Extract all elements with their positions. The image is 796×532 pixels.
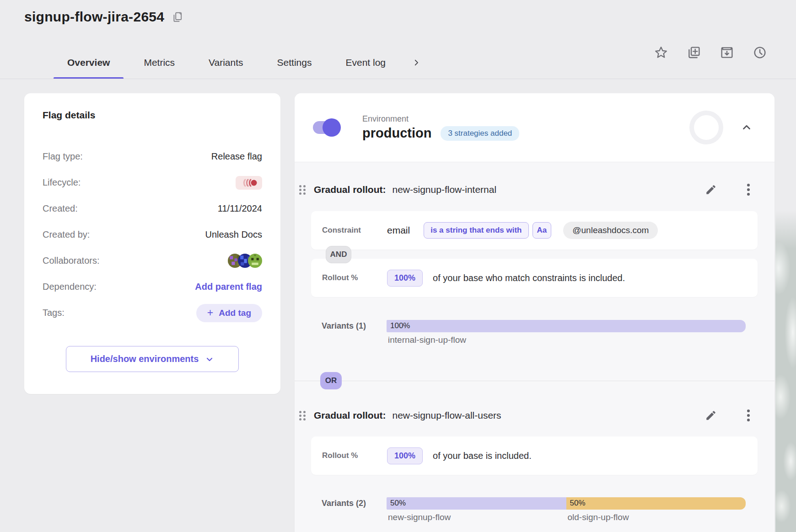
variant-name: old-sign-up-flow: [566, 512, 746, 522]
strategy-1-header: Gradual rollout: new-signup-flow-interna…: [299, 178, 756, 201]
lifecycle-completed-icon[interactable]: [236, 176, 262, 190]
hide-show-environments-button[interactable]: Hide/show environments: [66, 346, 239, 372]
environment-name: production: [362, 126, 431, 141]
strategy-1-type: Gradual rollout:: [314, 184, 386, 195]
lifecycle-label: Lifecycle:: [43, 177, 81, 188]
tabs-overflow-chevron-icon[interactable]: [406, 46, 427, 79]
strategy-divider: [295, 381, 774, 381]
constraint-value-pill: @unleashdocs.com: [563, 222, 658, 239]
rollout-box-1: Rollout % 100% of your base who match co…: [311, 259, 758, 297]
variants-bar: 100%: [387, 320, 746, 332]
constraint-box: Constraint email is a string that ends w…: [311, 211, 758, 250]
drag-handle-icon[interactable]: [299, 411, 306, 420]
variants-label: Variants (1): [322, 320, 387, 331]
strategy-2-type: Gradual rollout:: [314, 410, 386, 421]
created-value: 11/11/2024: [218, 203, 262, 214]
collaborators-label: Collaborators:: [43, 255, 100, 266]
header-actions: [652, 44, 769, 61]
page-header: signup-flow-jira-2654: [24, 9, 183, 25]
strategy-1-name: new-signup-flow-internal: [393, 184, 497, 195]
favorite-star-icon[interactable]: [652, 44, 670, 61]
flag-details-heading: Flag details: [43, 110, 262, 121]
rollout-percentage-badge: 100%: [387, 270, 423, 287]
strategies-count-badge: 3 strategies added: [441, 126, 519, 141]
variant-segment: 50%: [566, 497, 746, 510]
plus-icon: +: [207, 308, 213, 318]
chevron-up-icon: [741, 122, 753, 133]
dependency-label: Dependency:: [43, 282, 97, 292]
variants-section-1: Variants (1) 100% internal-sign-up-flow: [322, 320, 746, 345]
tab-variants[interactable]: Variants: [195, 46, 257, 79]
created-row: Created: 11/11/2024: [43, 196, 262, 222]
drag-handle-icon[interactable]: [299, 185, 306, 195]
tabs-divider: [0, 79, 796, 79]
rollout-description: of your base who match constraints is in…: [433, 273, 625, 283]
variants-section-2: Variants (2) 50% 50% new-signup-flow old…: [322, 497, 746, 522]
flag-type-label: Flag type:: [43, 151, 83, 162]
flag-type-row: Flag type: Release flag: [43, 144, 262, 170]
environment-label: Environment: [362, 114, 519, 124]
constraint-operator-pill: is a string that ends with: [424, 222, 528, 239]
add-tag-label: Add tag: [219, 308, 251, 318]
environment-toggle[interactable]: [313, 121, 339, 134]
collaborators-row: Collaborators:: [43, 248, 262, 274]
case-sensitive-chip: Aa: [532, 222, 552, 239]
add-tag-button[interactable]: + Add tag: [196, 304, 262, 322]
metrics-ring: [689, 111, 723, 144]
variant-name: internal-sign-up-flow: [387, 335, 746, 345]
variant-segment: 50%: [387, 497, 566, 510]
flag-tabs: Overview Metrics Variants Settings Event…: [54, 46, 427, 79]
created-by-row: Created by: Unleash Docs: [43, 222, 262, 248]
variant-segment: 100%: [387, 320, 746, 332]
tab-event-log[interactable]: Event log: [332, 46, 399, 79]
created-by-label: Created by:: [43, 229, 90, 240]
flag-type-value: Release flag: [211, 151, 262, 162]
environment-header: Environment production 3 strategies adde…: [295, 93, 774, 162]
tab-settings[interactable]: Settings: [264, 46, 326, 79]
rollout-label: Rollout %: [322, 273, 387, 282]
page-title: signup-flow-jira-2654: [24, 9, 164, 25]
and-joiner-chip: AND: [326, 246, 351, 263]
created-by-value: Unleash Docs: [205, 229, 262, 240]
rollout-description: of your base is included.: [433, 451, 532, 461]
history-clock-icon[interactable]: [751, 44, 769, 61]
tags-row: Tags: + Add tag: [43, 300, 262, 326]
edit-strategy-icon[interactable]: [703, 408, 719, 423]
avatar: [248, 254, 262, 268]
strategy-menu-kebab-icon[interactable]: [741, 182, 756, 197]
constraint-label: Constraint: [322, 226, 387, 235]
lifecycle-row: Lifecycle:: [43, 170, 262, 196]
tab-metrics[interactable]: Metrics: [130, 46, 188, 79]
archive-flag-icon[interactable]: [718, 44, 736, 61]
hide-show-environments-label: Hide/show environments: [91, 354, 199, 364]
rollout-label: Rollout %: [322, 451, 387, 460]
rollout-box-2: Rollout % 100% of your base is included.: [311, 436, 758, 475]
toggle-knob: [323, 118, 341, 137]
edit-strategy-icon[interactable]: [703, 182, 719, 197]
copy-flag-name-icon[interactable]: [172, 11, 183, 23]
strategy-menu-kebab-icon[interactable]: [741, 408, 756, 423]
add-parent-flag-link[interactable]: Add parent flag: [195, 282, 262, 292]
created-label: Created:: [43, 203, 78, 214]
collapse-environment-button[interactable]: [741, 122, 753, 133]
flag-details-card: Flag details Flag type: Release flag Lif…: [24, 93, 280, 394]
rollout-percentage-badge: 100%: [387, 447, 423, 464]
strategy-2-name: new-signup-flow-all-users: [393, 410, 501, 421]
strategy-2-header: Gradual rollout: new-signup-flow-all-use…: [299, 404, 756, 427]
tags-label: Tags:: [43, 308, 65, 318]
variants-label: Variants (2): [322, 497, 387, 508]
environment-card: Environment production 3 strategies adde…: [295, 93, 774, 532]
or-joiner-chip: OR: [320, 372, 342, 389]
variants-bar: 50% 50%: [387, 497, 746, 510]
chevron-down-icon: [205, 355, 214, 364]
tab-overview[interactable]: Overview: [54, 46, 124, 79]
variant-name: new-signup-flow: [387, 512, 566, 522]
dependency-row: Dependency: Add parent flag: [43, 274, 262, 300]
collaborator-avatars[interactable]: [228, 254, 262, 268]
decorative-wave-pattern: [775, 210, 796, 532]
clone-flag-icon[interactable]: [685, 44, 703, 61]
constraint-field: email: [387, 225, 410, 236]
